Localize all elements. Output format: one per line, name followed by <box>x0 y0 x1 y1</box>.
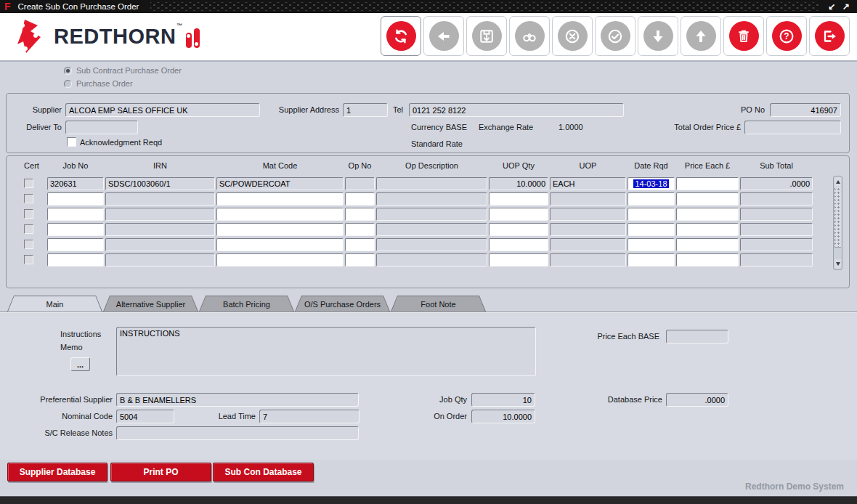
cert-checkbox[interactable] <box>24 209 33 219</box>
po-no-field[interactable]: 416907 <box>770 103 841 117</box>
cell-irn[interactable]: SDSC/1003060/1 <box>105 177 215 190</box>
cell-uop-qty[interactable]: 10.0000 <box>489 177 548 190</box>
acknowledgment-checkbox[interactable] <box>67 137 76 147</box>
cell-op-no[interactable] <box>345 192 375 206</box>
job-qty-field[interactable]: 10 <box>471 393 535 407</box>
sc-release-notes-field[interactable] <box>116 426 359 440</box>
move-down-button[interactable] <box>638 16 678 56</box>
total-order-price-field[interactable] <box>744 121 841 134</box>
cell-irn[interactable] <box>105 223 215 236</box>
tab-o-s-purchase-orders[interactable]: O/S Purchase Orders <box>295 296 390 312</box>
cell-job-no[interactable] <box>47 238 104 251</box>
cell-mat-code[interactable] <box>216 223 344 236</box>
cell-op-no[interactable] <box>345 223 375 236</box>
cell-price-each[interactable] <box>676 192 739 206</box>
cell-uop[interactable] <box>550 223 626 236</box>
cell-job-no[interactable] <box>47 192 104 206</box>
cell-price-each[interactable] <box>676 208 739 221</box>
database-price-field[interactable]: .0000 <box>666 393 728 407</box>
tel-field[interactable]: 0121 252 8122 <box>409 103 624 117</box>
cell-date-rqd[interactable] <box>627 208 675 221</box>
cell-op-description[interactable] <box>376 223 487 236</box>
radio-sub-contract-po[interactable]: Sub Contract Purchase Order <box>64 66 182 75</box>
deliver-to-field[interactable] <box>65 121 138 134</box>
on-order-field[interactable]: 10.0000 <box>471 410 535 423</box>
supplier-database-button[interactable]: Supplier Database <box>7 463 107 481</box>
cell-mat-code[interactable] <box>216 192 344 206</box>
cell-op-description[interactable] <box>376 177 487 190</box>
radio-icon[interactable] <box>64 80 72 88</box>
preferential-supplier-field[interactable]: B & B ENAMELLERS <box>116 393 359 407</box>
cell-op-description[interactable] <box>376 238 487 251</box>
cell-irn[interactable] <box>105 238 215 251</box>
cell-irn[interactable] <box>105 253 215 267</box>
cell-op-description[interactable] <box>376 253 487 267</box>
cell-op-no[interactable] <box>345 177 375 190</box>
cell-uop-qty[interactable] <box>489 192 548 206</box>
radio-icon[interactable] <box>64 67 72 75</box>
cell-uop-qty[interactable] <box>489 238 548 251</box>
grid-scrollbar[interactable] <box>833 176 842 270</box>
memo-ellipsis-button[interactable]: ... <box>70 357 90 371</box>
cell-uop[interactable] <box>550 192 626 206</box>
cell-mat-code[interactable] <box>216 238 344 251</box>
cell-op-description[interactable] <box>376 192 487 206</box>
back-button[interactable] <box>423 16 464 56</box>
cell-sub-total[interactable] <box>740 223 813 236</box>
exit-button[interactable] <box>809 16 850 56</box>
scroll-thumb[interactable] <box>834 187 841 248</box>
cell-uop[interactable] <box>550 253 626 267</box>
radio-purchase-order[interactable]: Purchase Order <box>64 79 133 88</box>
cell-sub-total[interactable]: .0000 <box>740 177 813 190</box>
cell-date-rqd[interactable] <box>627 238 675 251</box>
save-button[interactable] <box>466 16 507 56</box>
refresh-button[interactable] <box>381 16 421 56</box>
scroll-down-button[interactable] <box>834 259 841 269</box>
cancel-button[interactable] <box>552 16 593 56</box>
cell-sub-total[interactable] <box>740 208 813 221</box>
sub-con-database-button[interactable]: Sub Con Database <box>213 463 314 481</box>
move-up-button[interactable] <box>681 16 721 56</box>
cert-checkbox[interactable] <box>24 179 33 188</box>
cell-date-rqd[interactable]: 14-03-18 <box>627 177 675 190</box>
cell-op-no[interactable] <box>345 253 375 267</box>
cell-mat-code[interactable] <box>216 253 344 267</box>
cell-uop-qty[interactable] <box>489 208 548 221</box>
find-button[interactable] <box>509 16 550 56</box>
cell-date-rqd[interactable] <box>627 253 675 267</box>
cell-op-no[interactable] <box>345 238 375 251</box>
cell-price-each[interactable] <box>676 177 739 190</box>
supplier-field[interactable]: ALCOA EMP SALES OFFICE UK <box>65 103 260 117</box>
cell-job-no[interactable]: 320631 <box>47 177 104 190</box>
cell-price-each[interactable] <box>676 253 739 267</box>
cell-op-no[interactable] <box>345 208 375 221</box>
scroll-up-button[interactable] <box>834 177 841 187</box>
cell-job-no[interactable] <box>47 223 104 236</box>
cell-uop-qty[interactable] <box>489 223 548 236</box>
cell-irn[interactable] <box>105 192 215 206</box>
cell-sub-total[interactable] <box>740 192 813 206</box>
cell-mat-code[interactable] <box>216 208 344 221</box>
help-button[interactable]: ? <box>766 16 807 56</box>
cell-uop[interactable] <box>550 208 626 221</box>
cell-uop-qty[interactable] <box>489 253 548 267</box>
nominal-code-field[interactable]: 5004 <box>116 410 174 423</box>
window-maximize-icon[interactable]: ↗ <box>842 0 850 13</box>
cell-op-description[interactable] <box>376 208 487 221</box>
lead-time-field[interactable]: 7 <box>259 410 360 423</box>
tab-batch-pricing[interactable]: Batch Pricing <box>199 296 294 312</box>
cell-date-rqd[interactable] <box>627 223 675 236</box>
cell-uop[interactable]: EACH <box>550 177 626 190</box>
cell-price-each[interactable] <box>676 238 739 251</box>
supplier-address-field[interactable]: 1 <box>343 103 388 117</box>
instructions-memo-field[interactable]: INSTRUCTIONS <box>116 327 536 376</box>
cell-sub-total[interactable] <box>740 238 813 251</box>
window-restore-icon[interactable]: ↙ <box>828 0 835 13</box>
tab-foot-note[interactable]: Foot Note <box>391 296 486 312</box>
tab-alternative-supplier[interactable]: Alternative Supplier <box>103 296 198 312</box>
cell-sub-total[interactable] <box>740 253 813 267</box>
cert-checkbox[interactable] <box>24 240 33 249</box>
tab-main[interactable]: Main <box>7 296 102 312</box>
cell-irn[interactable] <box>105 208 215 221</box>
cell-date-rqd[interactable] <box>627 192 675 206</box>
